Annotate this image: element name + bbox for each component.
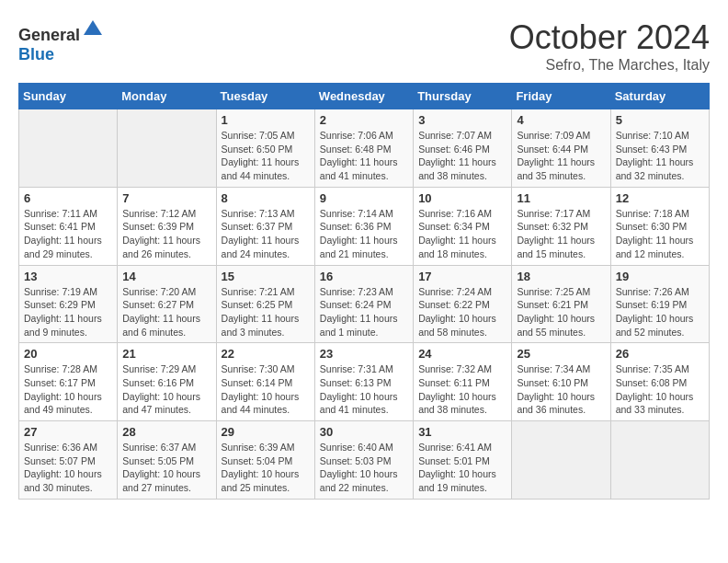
day-number: 26 xyxy=(616,347,704,361)
calendar-cell: 31Sunrise: 6:41 AM Sunset: 5:01 PM Dayli… xyxy=(414,421,512,500)
calendar-cell: 22Sunrise: 7:30 AM Sunset: 6:14 PM Dayli… xyxy=(216,343,314,421)
logo-icon xyxy=(82,18,104,40)
calendar-cell: 4Sunrise: 7:09 AM Sunset: 6:44 PM Daylig… xyxy=(512,109,610,188)
calendar-header-row: SundayMondayTuesdayWednesdayThursdayFrid… xyxy=(19,84,710,109)
svg-marker-0 xyxy=(84,20,102,35)
day-info: Sunrise: 7:24 AM Sunset: 6:22 PM Dayligh… xyxy=(418,285,506,339)
day-info: Sunrise: 7:19 AM Sunset: 6:29 PM Dayligh… xyxy=(24,285,112,339)
day-number: 31 xyxy=(418,425,506,439)
week-row-2: 13Sunrise: 7:19 AM Sunset: 6:29 PM Dayli… xyxy=(19,265,710,343)
calendar-cell: 10Sunrise: 7:16 AM Sunset: 6:34 PM Dayli… xyxy=(414,187,512,265)
day-info: Sunrise: 7:13 AM Sunset: 6:37 PM Dayligh… xyxy=(222,207,310,261)
calendar-cell: 25Sunrise: 7:34 AM Sunset: 6:10 PM Dayli… xyxy=(512,343,610,421)
day-info: Sunrise: 7:07 AM Sunset: 6:46 PM Dayligh… xyxy=(418,129,506,183)
logo-blue: Blue xyxy=(18,45,54,63)
month-title: October 2024 xyxy=(509,18,710,57)
calendar-cell xyxy=(118,109,216,188)
calendar-cell: 28Sunrise: 6:37 AM Sunset: 5:05 PM Dayli… xyxy=(118,421,216,500)
location-title: Sefro, The Marches, Italy xyxy=(509,57,710,74)
day-number: 19 xyxy=(616,270,704,283)
day-info: Sunrise: 7:26 AM Sunset: 6:19 PM Dayligh… xyxy=(616,285,704,339)
day-number: 5 xyxy=(616,113,704,127)
calendar-cell: 17Sunrise: 7:24 AM Sunset: 6:22 PM Dayli… xyxy=(414,265,512,343)
calendar-cell: 29Sunrise: 6:39 AM Sunset: 5:04 PM Dayli… xyxy=(216,421,314,500)
calendar-cell: 23Sunrise: 7:31 AM Sunset: 6:13 PM Dayli… xyxy=(314,343,413,421)
day-info: Sunrise: 6:41 AM Sunset: 5:01 PM Dayligh… xyxy=(418,441,506,495)
day-info: Sunrise: 7:18 AM Sunset: 6:30 PM Dayligh… xyxy=(616,207,704,261)
calendar-cell: 11Sunrise: 7:17 AM Sunset: 6:32 PM Dayli… xyxy=(512,187,610,265)
day-info: Sunrise: 7:11 AM Sunset: 6:41 PM Dayligh… xyxy=(24,207,112,261)
day-number: 17 xyxy=(418,270,506,283)
calendar-cell: 24Sunrise: 7:32 AM Sunset: 6:11 PM Dayli… xyxy=(414,343,512,421)
logo: General Blue xyxy=(18,18,104,64)
day-number: 21 xyxy=(122,347,210,361)
calendar-cell: 27Sunrise: 6:36 AM Sunset: 5:07 PM Dayli… xyxy=(19,421,118,500)
day-number: 20 xyxy=(24,347,112,361)
day-number: 22 xyxy=(222,347,310,361)
calendar-cell: 6Sunrise: 7:11 AM Sunset: 6:41 PM Daylig… xyxy=(19,187,118,265)
day-number: 2 xyxy=(320,113,408,127)
week-row-4: 27Sunrise: 6:36 AM Sunset: 5:07 PM Dayli… xyxy=(19,421,710,500)
day-number: 8 xyxy=(222,191,310,205)
day-info: Sunrise: 7:09 AM Sunset: 6:44 PM Dayligh… xyxy=(517,129,605,183)
column-header-sunday: Sunday xyxy=(19,84,118,109)
day-number: 18 xyxy=(517,270,605,283)
column-header-monday: Monday xyxy=(118,84,216,109)
title-area: October 2024 Sefro, The Marches, Italy xyxy=(509,18,710,74)
column-header-friday: Friday xyxy=(512,84,610,109)
calendar-table: SundayMondayTuesdayWednesdayThursdayFrid… xyxy=(18,83,710,500)
week-row-3: 20Sunrise: 7:28 AM Sunset: 6:17 PM Dayli… xyxy=(19,343,710,421)
day-number: 30 xyxy=(320,425,408,439)
calendar-cell xyxy=(19,109,118,188)
day-info: Sunrise: 6:40 AM Sunset: 5:03 PM Dayligh… xyxy=(320,441,408,495)
week-row-1: 6Sunrise: 7:11 AM Sunset: 6:41 PM Daylig… xyxy=(19,187,710,265)
day-number: 28 xyxy=(122,425,210,439)
calendar-cell xyxy=(512,421,610,500)
calendar-cell: 5Sunrise: 7:10 AM Sunset: 6:43 PM Daylig… xyxy=(610,109,709,188)
calendar-cell xyxy=(610,421,709,500)
day-number: 13 xyxy=(24,270,112,283)
calendar-cell: 20Sunrise: 7:28 AM Sunset: 6:17 PM Dayli… xyxy=(19,343,118,421)
day-info: Sunrise: 7:06 AM Sunset: 6:48 PM Dayligh… xyxy=(320,129,408,183)
day-info: Sunrise: 7:12 AM Sunset: 6:39 PM Dayligh… xyxy=(122,207,210,261)
day-number: 12 xyxy=(616,191,704,205)
day-info: Sunrise: 7:30 AM Sunset: 6:14 PM Dayligh… xyxy=(222,362,310,417)
column-header-tuesday: Tuesday xyxy=(216,84,314,109)
day-info: Sunrise: 7:32 AM Sunset: 6:11 PM Dayligh… xyxy=(418,362,506,417)
calendar-cell: 1Sunrise: 7:05 AM Sunset: 6:50 PM Daylig… xyxy=(216,109,314,188)
day-info: Sunrise: 7:28 AM Sunset: 6:17 PM Dayligh… xyxy=(24,362,112,417)
calendar-cell: 14Sunrise: 7:20 AM Sunset: 6:27 PM Dayli… xyxy=(118,265,216,343)
column-header-thursday: Thursday xyxy=(414,84,512,109)
week-row-0: 1Sunrise: 7:05 AM Sunset: 6:50 PM Daylig… xyxy=(19,109,710,188)
day-number: 14 xyxy=(122,270,210,283)
day-info: Sunrise: 6:39 AM Sunset: 5:04 PM Dayligh… xyxy=(222,441,310,495)
day-info: Sunrise: 7:14 AM Sunset: 6:36 PM Dayligh… xyxy=(320,207,408,261)
day-number: 27 xyxy=(24,425,112,439)
calendar-cell: 12Sunrise: 7:18 AM Sunset: 6:30 PM Dayli… xyxy=(610,187,709,265)
header: General Blue October 2024 Sefro, The Mar… xyxy=(18,18,710,74)
day-info: Sunrise: 6:36 AM Sunset: 5:07 PM Dayligh… xyxy=(24,441,112,495)
day-number: 4 xyxy=(517,113,605,127)
day-number: 9 xyxy=(320,191,408,205)
day-info: Sunrise: 7:10 AM Sunset: 6:43 PM Dayligh… xyxy=(616,129,704,183)
day-info: Sunrise: 7:05 AM Sunset: 6:50 PM Dayligh… xyxy=(222,129,310,183)
day-info: Sunrise: 7:35 AM Sunset: 6:08 PM Dayligh… xyxy=(616,362,704,417)
column-header-saturday: Saturday xyxy=(610,84,709,109)
calendar-cell: 18Sunrise: 7:25 AM Sunset: 6:21 PM Dayli… xyxy=(512,265,610,343)
calendar-cell: 8Sunrise: 7:13 AM Sunset: 6:37 PM Daylig… xyxy=(216,187,314,265)
day-info: Sunrise: 7:16 AM Sunset: 6:34 PM Dayligh… xyxy=(418,207,506,261)
day-number: 11 xyxy=(517,191,605,205)
day-info: Sunrise: 7:23 AM Sunset: 6:24 PM Dayligh… xyxy=(320,285,408,339)
day-number: 16 xyxy=(320,270,408,283)
calendar-cell: 3Sunrise: 7:07 AM Sunset: 6:46 PM Daylig… xyxy=(414,109,512,188)
calendar-cell: 30Sunrise: 6:40 AM Sunset: 5:03 PM Dayli… xyxy=(314,421,413,500)
calendar-cell: 2Sunrise: 7:06 AM Sunset: 6:48 PM Daylig… xyxy=(314,109,413,188)
calendar-cell: 9Sunrise: 7:14 AM Sunset: 6:36 PM Daylig… xyxy=(314,187,413,265)
day-number: 29 xyxy=(222,425,310,439)
day-number: 15 xyxy=(222,270,310,283)
logo-general: General xyxy=(18,26,80,44)
day-info: Sunrise: 7:25 AM Sunset: 6:21 PM Dayligh… xyxy=(517,285,605,339)
day-info: Sunrise: 7:29 AM Sunset: 6:16 PM Dayligh… xyxy=(122,362,210,417)
calendar-cell: 15Sunrise: 7:21 AM Sunset: 6:25 PM Dayli… xyxy=(216,265,314,343)
calendar-cell: 16Sunrise: 7:23 AM Sunset: 6:24 PM Dayli… xyxy=(314,265,413,343)
